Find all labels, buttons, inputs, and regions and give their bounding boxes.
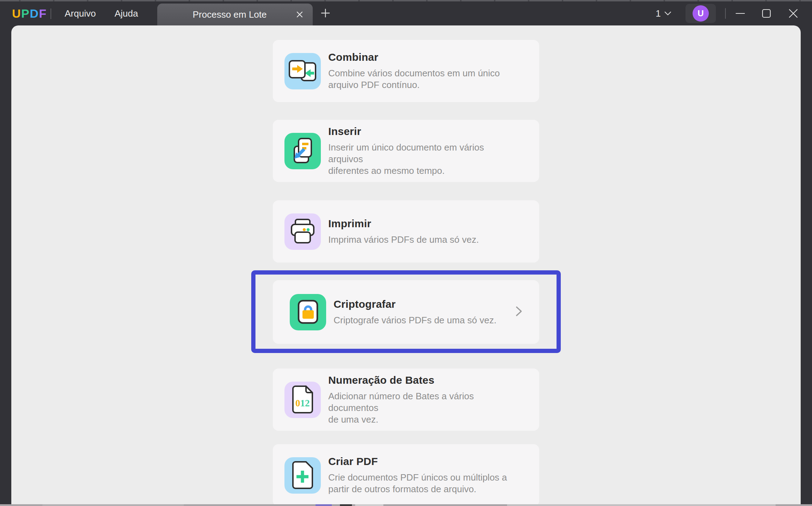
maximize-button[interactable] [761,8,772,19]
option-title: Imprimir [328,218,479,230]
combine-documents-icon [284,53,321,89]
updf-logo: UPDF [12,1,47,25]
option-description: Adicionar número de Bates a vários docum… [328,390,507,425]
batch-option-create[interactable]: Criar PDF Crie documentos PDF únicos ou … [273,444,539,506]
window-close-button[interactable] [788,8,799,19]
card-text: Criptografar Criptografe vários PDFs de … [334,298,528,326]
account-button[interactable]: U [686,4,716,23]
option-title: Combinar [328,51,500,63]
page-count-value: 1 [656,8,661,19]
logo-letter: D [30,7,39,20]
logo-letter: P [21,7,30,20]
option-description: Combine vários documentos em um único ar… [328,67,500,91]
batch-options-list: Combinar Combine vários documentos em um… [247,40,565,506]
taskbar-segment [42,504,184,506]
insert-document-icon [284,133,321,169]
close-icon [788,8,799,19]
taskbar-segment [355,504,383,506]
taskbar-segment [507,504,776,506]
card-text: Criar PDF Crie documentos PDF únicos ou … [328,455,539,495]
avatar: U [693,5,709,22]
menu-ajuda[interactable]: Ajuda [114,8,138,19]
bates-number-icon: 012 [284,382,321,418]
minimize-button[interactable] [735,8,746,19]
option-title: Inserir [328,125,507,137]
chevron-right-icon [514,304,523,320]
close-icon [296,11,304,18]
tab-close-button[interactable] [294,8,306,20]
page-count-dropdown[interactable]: 1 [656,8,671,19]
menubar: Arquivo Ajuda [65,1,138,25]
screen-edge-artifact [0,0,812,1]
batch-process-panel: Combinar Combine vários documentos em um… [11,25,801,506]
logo-letter: U [12,7,21,20]
printer-icon [284,213,321,250]
taskbar-segment [340,504,352,506]
new-tab-button[interactable] [320,8,331,18]
insert-document-tile [284,133,321,169]
printer-tile [284,213,321,250]
batch-option-encrypt[interactable]: Criptografar Criptografe vários PDFs de … [273,280,539,344]
batch-option-bates[interactable]: 012 Numeração de Bates Adicionar número … [273,369,539,431]
highlight-annotation: Criptografar Criptografe vários PDFs de … [251,270,561,353]
svg-text:012: 012 [295,398,310,408]
batch-option-print[interactable]: Imprimir Imprima vários PDFs de uma só v… [273,200,539,263]
taskbar-segment [316,504,332,506]
create-pdf-tile [284,457,321,494]
minimize-icon [735,8,746,19]
batch-option-insert[interactable]: Inserir Inserir um único documento em vá… [273,120,539,182]
tab-processo-em-lote[interactable]: Processo em Lote [157,4,313,25]
batch-option-combine[interactable]: Combinar Combine vários documentos em um… [273,40,539,102]
option-title: Criar PDF [328,455,507,467]
tab-title: Processo em Lote [193,9,267,20]
option-description: Criptografe vários PDFs de uma só vez. [334,314,496,326]
option-description: Inserir um único documento em vários arq… [328,142,507,177]
create-pdf-icon [284,457,321,494]
combine-documents-tile [284,53,321,89]
card-text: Imprimir Imprima vários PDFs de uma só v… [328,218,511,246]
lock-tile [290,294,326,330]
titlebar-divider [51,8,51,19]
bates-number-tile: 012 [284,382,321,418]
card-text: Numeração de Bates Adicionar número de B… [328,374,539,425]
plus-icon [320,8,330,18]
option-description: Imprima vários PDFs de uma só vez. [328,234,479,246]
titlebar-divider [725,8,726,19]
option-title: Numeração de Bates [328,374,507,386]
maximize-icon [761,8,771,18]
option-title: Criptografar [334,298,496,310]
option-description: Crie documentos PDF únicos ou múltiplos … [328,472,507,495]
lock-icon [290,294,326,330]
titlebar: UPDF Arquivo Ajuda Processo em Lote 1 U [0,0,812,25]
logo-letter: F [39,7,47,20]
chevron-down-icon [664,11,671,16]
taskbar-edge [0,504,812,506]
menu-arquivo[interactable]: Arquivo [65,8,96,19]
card-text: Inserir Inserir um único documento em vá… [328,125,539,177]
titlebar-right-cluster: 1 U [656,1,812,25]
card-text: Combinar Combine vários documentos em um… [328,51,532,91]
